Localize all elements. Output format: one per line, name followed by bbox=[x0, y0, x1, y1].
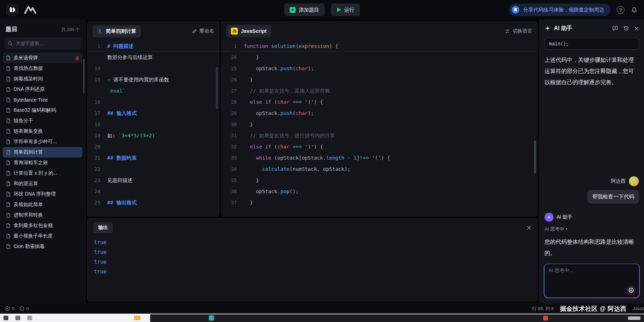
user-message-header: 阿达西 bbox=[544, 176, 639, 186]
assistant-avatar bbox=[544, 213, 554, 222]
editor-code[interactable]: 1function solution(expression) {24 }25 o… bbox=[221, 41, 537, 216]
problem-code[interactable]: 1# 问题描述数部分参与后续运算1415- 请不要使用内置的库函数`eval`1… bbox=[88, 41, 219, 216]
editor-panel-header: JS JavaScript 切换语言 bbox=[221, 22, 537, 41]
sidebar-header: 题目 共 100 个 bbox=[0, 20, 85, 37]
code-line: 23见题目描述 bbox=[88, 175, 219, 186]
sidebar-item[interactable]: Base32 编码和解码 bbox=[3, 105, 82, 116]
document-icon bbox=[6, 160, 11, 166]
sidebar-item-label: 查找热点数据 bbox=[14, 65, 80, 72]
download-icon bbox=[97, 28, 103, 34]
close-panel-icon[interactable] bbox=[634, 26, 639, 31]
help-icon[interactable]: ? bbox=[617, 6, 624, 14]
add-question-label: 添加题目 bbox=[299, 7, 319, 13]
sidebar-item-label: 多米诺骨牌 bbox=[14, 55, 72, 61]
new-chat-icon[interactable] bbox=[612, 25, 619, 31]
document-icon bbox=[6, 149, 11, 155]
language-tab[interactable]: JS JavaScript bbox=[226, 25, 271, 37]
sidebar-item[interactable]: 拿到最多红包金额 bbox=[3, 220, 82, 231]
top-panels: 简单四则计算 重命名 1# 问题描述数部分参与后续运算1415- 请不要使用内置… bbox=[87, 21, 537, 217]
taskbar-icon[interactable] bbox=[209, 315, 214, 321]
sidebar-item-label: 拿到最多红包金额 bbox=[14, 222, 80, 229]
sidebar-item[interactable]: 链表聚集交换 bbox=[3, 126, 82, 137]
app-logo[interactable] bbox=[6, 4, 18, 16]
document-icon bbox=[6, 118, 11, 124]
taskbar-clock-area bbox=[628, 316, 641, 320]
warning-count: 0 bbox=[26, 306, 29, 311]
output-panel: 输出 truetruetruetrue bbox=[87, 218, 537, 301]
document-icon bbox=[6, 244, 11, 249]
problem-scrollbar[interactable] bbox=[216, 67, 218, 109]
taskbar-icon[interactable] bbox=[3, 316, 8, 320]
history-icon[interactable] bbox=[623, 25, 629, 31]
sidebar-item-label: 计算位置 x 到 y 的... bbox=[14, 170, 80, 176]
sidebar-item[interactable]: 最小替换子串长度 bbox=[3, 231, 82, 241]
switch-language-button[interactable]: 切换语言 bbox=[504, 28, 532, 34]
sidebar-item[interactable]: 查找热点数据 bbox=[3, 63, 82, 74]
code-line: 24 bbox=[88, 186, 219, 197]
problems-sidebar: 题目 共 100 个 多米诺骨牌查找热点数据病毒感染时间DNA 序列还原Byte… bbox=[0, 20, 86, 303]
code-line: 1function solution(expression) { bbox=[221, 41, 537, 52]
problem-title-pill[interactable]: 简单四则计算 bbox=[93, 25, 141, 37]
taskbar-icon[interactable] bbox=[543, 316, 548, 321]
rename-button[interactable]: 重命名 bbox=[192, 28, 214, 34]
sidebar-item[interactable]: Bytedance Tree bbox=[3, 95, 82, 105]
editor-panel: JS JavaScript 切换语言 1function solution(ex… bbox=[221, 21, 537, 217]
sidebar-item[interactable]: Cion 勒索病毒 bbox=[3, 241, 82, 252]
search-input[interactable] bbox=[16, 41, 78, 46]
output-close-icon[interactable] bbox=[526, 225, 532, 230]
os-taskbar bbox=[0, 314, 644, 322]
code-line: 16 bbox=[88, 96, 219, 108]
editor-scrollbar[interactable] bbox=[534, 140, 536, 174]
trash-icon[interactable] bbox=[75, 56, 80, 61]
code-line: 24 } bbox=[221, 52, 537, 63]
content-row: 题目 共 100 个 多米诺骨牌查找热点数据病毒感染时间DNA 序列还原Byte… bbox=[0, 20, 644, 303]
sidebar-item[interactable]: 及格如此简单 bbox=[3, 199, 82, 210]
document-icon bbox=[6, 97, 11, 103]
sidebar-item[interactable]: 进制求和转换 bbox=[3, 210, 82, 220]
sidebar-item[interactable]: 和的逆运算 bbox=[3, 178, 82, 189]
js-badge-icon: JS bbox=[231, 28, 238, 35]
search-box[interactable] bbox=[4, 37, 81, 49]
top-bar: + 添加题目 运行 分享代码练习体验，领限量定制周边 ? bbox=[0, 0, 644, 20]
sidebar-item[interactable]: 简单四则计算 bbox=[3, 147, 82, 158]
sidebar-item[interactable]: 青海湖租车之旅 bbox=[3, 158, 82, 168]
sidebar-item[interactable]: DNA 序列还原 bbox=[3, 84, 82, 95]
output-line: true bbox=[88, 237, 537, 247]
send-stop-button[interactable] bbox=[627, 286, 636, 295]
sidebar-scrollbar[interactable] bbox=[83, 59, 85, 94]
line-number: 25 bbox=[88, 197, 107, 208]
document-icon bbox=[6, 87, 11, 92]
code-line: 25 opStack.push(char); bbox=[221, 63, 537, 74]
sidebar-item[interactable]: 多米诺骨牌 bbox=[3, 53, 82, 63]
bell-icon[interactable] bbox=[631, 6, 638, 14]
output-tab[interactable]: 输出 bbox=[93, 222, 113, 233]
document-icon bbox=[6, 76, 11, 82]
sidebar-item-label: DNA 序列还原 bbox=[14, 86, 80, 93]
code-line: 15- 请不要使用内置的库函数 bbox=[88, 74, 219, 85]
code-line: 27 // 如果是左括号，直接入运算符栈 bbox=[221, 85, 537, 96]
sidebar-item[interactable]: 环状 DNA 序列整理 bbox=[3, 189, 82, 199]
assistant-reply: 您的代码整体结构和思路是比较清晰的。 bbox=[544, 236, 639, 259]
line-number: 18 bbox=[88, 119, 107, 130]
ai-input[interactable] bbox=[544, 264, 639, 285]
sidebar-item[interactable]: 病毒感染时间 bbox=[3, 74, 82, 84]
app-window: + 添加题目 运行 分享代码练习体验，领限量定制周边 ? 题目 共 bbox=[0, 0, 644, 322]
document-icon bbox=[6, 129, 11, 134]
promo-banner[interactable]: 分享代码练习体验，领限量定制周边 bbox=[509, 3, 610, 16]
code-line: 33 while (opStack[opStack.length - 1]!==… bbox=[221, 152, 537, 163]
line-number: 1 bbox=[88, 41, 107, 51]
taskbar-icon[interactable] bbox=[27, 316, 32, 320]
error-icon bbox=[5, 306, 10, 311]
sidebar-item[interactable]: 计算位置 x 到 y 的... bbox=[3, 168, 82, 178]
rename-label: 重命名 bbox=[199, 28, 214, 34]
sidebar-item[interactable]: 猫鱼分干 bbox=[3, 116, 82, 126]
sidebar-list: 多米诺骨牌查找热点数据病毒感染时间DNA 序列还原Bytedance TreeB… bbox=[0, 53, 85, 303]
taskbar-icon[interactable] bbox=[15, 316, 20, 320]
taskbar-folder-icon[interactable] bbox=[134, 316, 140, 320]
sidebar-item-label: 最小替换子串长度 bbox=[14, 233, 80, 239]
add-question-button[interactable]: + 添加题目 bbox=[284, 3, 325, 16]
cursor-position: 行 89, 列 8 bbox=[532, 306, 554, 312]
sidebar-item[interactable]: 字符串有多少种可... bbox=[3, 137, 82, 147]
mars-logo-icon[interactable] bbox=[24, 5, 40, 15]
run-button[interactable]: 运行 bbox=[331, 3, 360, 16]
